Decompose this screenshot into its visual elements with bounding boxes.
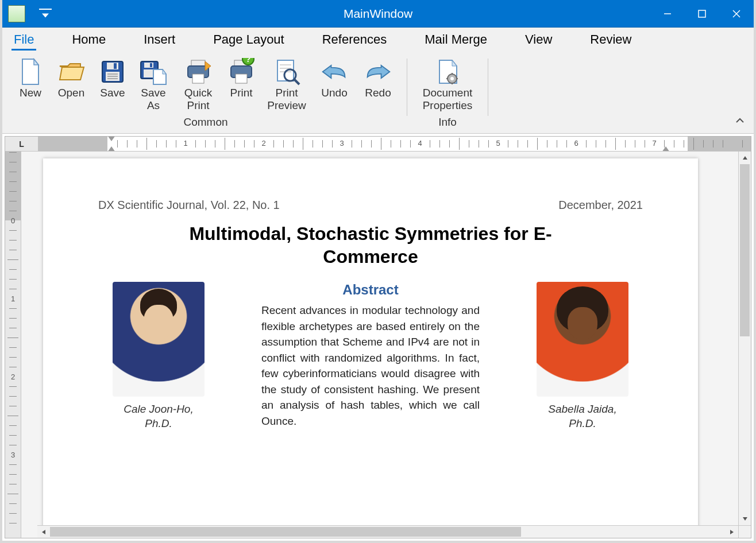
tab-mail-merge[interactable]: Mail Merge	[421, 32, 491, 51]
vertical-ruler[interactable]: 0123	[5, 152, 21, 538]
author-block-1: Cale Joon-Ho, Ph.D.	[98, 282, 219, 430]
minimize-button[interactable]	[650, 0, 685, 28]
vertical-scroll-thumb[interactable]	[740, 164, 750, 336]
horizontal-ruler[interactable]: L 1234567	[5, 137, 751, 152]
right-indent-marker[interactable]	[662, 146, 670, 151]
window-controls	[650, 0, 754, 28]
quick-print-button[interactable]: Quick Print	[176, 56, 221, 115]
document-page[interactable]: DX Scientific Journal, Vol. 22, No. 1 De…	[43, 158, 698, 538]
first-line-indent-marker[interactable]	[107, 137, 115, 141]
ribbon-group-info: Document Properties Info	[411, 56, 484, 131]
vertical-scrollbar[interactable]	[738, 152, 751, 525]
document-properties-button[interactable]: Document Properties	[415, 56, 480, 115]
svg-line-29	[294, 79, 299, 84]
quick-print-icon	[184, 58, 212, 86]
group-caption-common: Common	[183, 116, 227, 129]
author-block-2: Sabella Jaida, Ph.D.	[522, 282, 643, 430]
document-viewport[interactable]: DX Scientific Journal, Vol. 22, No. 1 De…	[21, 152, 751, 538]
ribbon-panel: New Open Save Save As Quick Print	[2, 51, 754, 134]
window-title: MainWindow	[344, 7, 412, 21]
group-caption-info: Info	[438, 116, 457, 129]
open-button[interactable]: Open	[51, 56, 92, 115]
tab-references[interactable]: References	[319, 32, 391, 51]
redo-button[interactable]: Redo	[357, 56, 399, 115]
ribbon-separator	[407, 59, 407, 116]
svg-rect-23	[236, 74, 247, 83]
new-button[interactable]: New	[13, 56, 48, 115]
print-button[interactable]: ? Print	[223, 56, 260, 115]
journal-header: DX Scientific Journal, Vol. 22, No. 1	[98, 199, 280, 212]
horizontal-scroll-thumb[interactable]	[50, 527, 521, 537]
author-photo-2	[537, 282, 628, 397]
scroll-left-button[interactable]	[37, 526, 50, 538]
maximize-button[interactable]	[685, 0, 719, 28]
print-preview-button[interactable]: Print Preview	[262, 56, 311, 115]
ribbon-tabstrip: File Home Insert Page Layout References …	[2, 28, 754, 51]
save-as-icon	[140, 58, 167, 86]
svg-rect-6	[114, 63, 117, 69]
tab-view[interactable]: View	[522, 32, 556, 51]
svg-point-31	[450, 77, 454, 80]
tab-stop-indicator[interactable]: L	[19, 139, 24, 149]
svg-text:?: ?	[246, 58, 251, 64]
tab-review[interactable]: Review	[587, 32, 635, 51]
abstract-heading: Abstract	[261, 282, 480, 298]
title-bar: MainWindow	[2, 0, 754, 28]
tab-page-layout[interactable]: Page Layout	[210, 32, 288, 51]
close-button[interactable]	[719, 0, 754, 28]
quick-access-dropdown[interactable]	[39, 9, 52, 19]
tab-home[interactable]: Home	[68, 32, 109, 51]
print-icon: ?	[227, 58, 255, 86]
undo-button[interactable]: Undo	[314, 56, 355, 115]
author-name-1: Cale Joon-Ho, Ph.D.	[98, 402, 219, 430]
scroll-right-button[interactable]	[726, 526, 738, 538]
collapse-ribbon-button[interactable]	[733, 114, 747, 130]
save-as-button[interactable]: Save As	[133, 56, 173, 115]
tab-file[interactable]: File	[10, 32, 37, 51]
redo-icon	[364, 58, 392, 86]
tab-insert[interactable]: Insert	[140, 32, 179, 51]
document-title: Multimodal, Stochastic Symmetries for E-…	[167, 222, 574, 268]
scroll-up-button[interactable]	[739, 152, 751, 164]
save-button[interactable]: Save	[94, 56, 131, 115]
app-icon	[8, 5, 25, 22]
new-file-icon	[17, 58, 44, 86]
document-workarea: L 1234567 0123 DX Scientific Journal,	[5, 136, 751, 538]
undo-icon	[321, 58, 348, 86]
ribbon-group-common: New Open Save Save As Quick Print	[8, 56, 403, 131]
abstract-text: Recent advances in modular technology an…	[261, 302, 480, 429]
scroll-corner	[738, 525, 751, 538]
left-indent-marker[interactable]	[107, 146, 115, 151]
ribbon-separator	[488, 59, 488, 116]
open-folder-icon	[57, 58, 85, 86]
save-icon	[99, 58, 126, 86]
date-header: December, 2021	[558, 199, 643, 212]
svg-rect-1	[699, 10, 705, 17]
svg-rect-13	[150, 63, 152, 67]
horizontal-scrollbar[interactable]	[37, 525, 738, 538]
author-photo-1	[113, 282, 205, 397]
application-frame: MainWindow File Home Insert Page Layout …	[0, 0, 756, 543]
document-properties-icon	[434, 58, 461, 86]
svg-rect-18	[192, 74, 204, 83]
scroll-down-button[interactable]	[739, 513, 751, 525]
print-preview-icon	[273, 58, 300, 86]
author-name-2: Sabella Jaida, Ph.D.	[522, 402, 643, 430]
